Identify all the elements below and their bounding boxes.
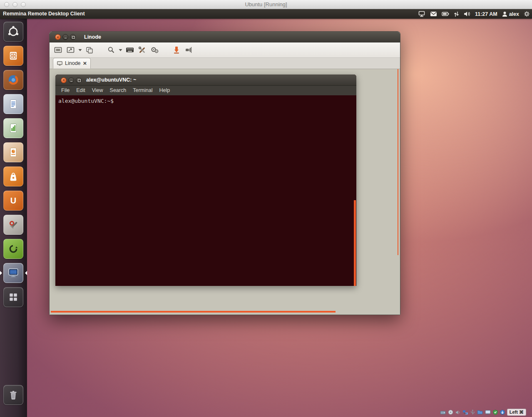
launcher-item-libreoffice-impress[interactable] [3,142,23,162]
remmina-icon [7,267,20,279]
vbox-mouse-integration-icon[interactable] [500,410,505,415]
host-key-indicator[interactable]: Left ⌘ [507,409,526,416]
terminal-window-title: alex@ubuntuVNC: ~ [86,74,136,86]
launcher-item-libreoffice-calc[interactable] [3,118,23,138]
menu-edit[interactable]: Edit [73,86,89,95]
remmina-window-title: Linode [84,32,101,42]
firefox-icon [7,74,20,86]
disconnect-button[interactable] [183,45,194,56]
terminal-titlebar[interactable]: alex@ubuntuVNC: ~ [55,74,356,86]
launcher-item-software-updater[interactable] [3,239,23,259]
vbox-audio-icon[interactable] [455,410,460,415]
keyboard-grab-button[interactable] [124,45,135,56]
zoom-button[interactable] [105,45,117,56]
menu-terminal[interactable]: Terminal [129,86,156,95]
volume-icon[interactable] [464,11,470,17]
remmina-window: Linode [49,31,400,315]
user-menu[interactable]: alex [502,11,519,17]
launcher-item-remmina[interactable] [3,263,23,283]
launcher-item-firefox[interactable] [3,70,23,90]
running-indicator-arrow [0,271,2,275]
software-updater-icon [7,243,19,255]
take-screenshot-button[interactable] [171,45,182,56]
redraw-artifact-content-bottom [51,311,336,313]
launcher-item-trash[interactable] [3,385,23,405]
workspace-switcher-icon [7,291,19,303]
vbox-hdd-icon[interactable] [440,410,446,415]
ubuntu-one-icon: U [3,191,23,211]
focused-indicator-arrow [25,271,27,275]
session-gear-icon[interactable] [524,11,530,17]
vbox-sharedfolders-icon[interactable] [477,410,483,415]
software-center-icon [7,171,19,182]
tab-label: Linode [65,60,81,66]
system-settings-icon [7,219,19,231]
remmina-titlebar[interactable]: Linode [50,32,400,42]
active-app-title: Remmina Remote Desktop Client [3,9,85,19]
host-window-titlebar: Ubuntu [Running] [0,0,532,9]
launcher-item-system-settings[interactable] [3,215,23,235]
menu-file[interactable]: File [58,86,73,95]
terminal-maximize-button[interactable] [76,77,82,83]
remmina-toolbar [50,42,400,58]
scale-options-dropdown-icon[interactable] [77,45,82,56]
top-panel: Remmina Remote Desktop Client 11:27 AM a… [0,9,532,19]
host-key-label: Left ⌘ [510,410,524,415]
window-minimize-button[interactable] [62,34,68,40]
terminal-close-button[interactable] [61,77,67,83]
connection-tab-linode[interactable]: Linode × [53,58,91,69]
remmina-tabbar: Linode × [50,58,400,69]
mail-icon[interactable] [430,11,437,17]
launcher-item-workspace-switcher[interactable] [3,287,23,307]
tab-monitor-icon [57,61,62,66]
vbox-optical-icon[interactable] [448,410,453,415]
sync-arrows-icon[interactable] [454,11,459,17]
libreoffice-impress-icon [7,146,19,158]
libreoffice-calc-icon [7,122,19,134]
redraw-artifact-terminal-right [354,200,356,286]
terminal-window: alex@ubuntuVNC: ~ File Edit View Search … [55,74,356,286]
launcher-item-dash-home[interactable] [3,22,23,42]
dash-home-icon [7,25,20,38]
menu-help[interactable]: Help [156,86,173,95]
window-maximize-button[interactable] [70,34,76,40]
vbox-statusbar: Left ⌘ [440,409,526,416]
clock[interactable]: 11:27 AM [475,11,497,17]
menu-search[interactable]: Search [107,86,130,95]
unity-launcher: U [0,19,27,417]
home-folder-icon [7,50,19,62]
terminal-screen[interactable]: alex@ubuntuVNC:~$ [55,95,356,286]
username: alex [509,11,519,17]
libreoffice-writer-icon [7,98,19,110]
terminal-menubar: File Edit View Search Terminal Help [55,86,356,95]
launcher-item-libreoffice-writer[interactable] [3,94,23,114]
zoom-options-dropdown-icon[interactable] [118,45,123,56]
fullscreen-button[interactable] [52,45,64,56]
tab-close-icon[interactable]: × [83,60,87,66]
duplicate-connection-button[interactable] [84,45,95,56]
vbox-features-icon[interactable] [493,410,498,415]
remote-display-icon[interactable] [418,11,425,17]
launcher-item-home-folder[interactable] [3,46,23,66]
preferences-button[interactable] [137,45,148,56]
vbox-network-icon[interactable] [462,410,468,415]
tools-button[interactable] [149,45,160,56]
battery-icon[interactable] [442,12,449,16]
host-window-title: Ubuntu [Running] [0,0,532,9]
launcher-item-ubuntu-one[interactable]: U [3,191,23,211]
launcher-item-software-center[interactable] [3,166,23,186]
redraw-artifact-content-right [398,69,398,255]
terminal-minimize-button[interactable] [68,77,74,83]
vbox-usb-icon[interactable] [470,410,475,415]
shell-prompt: alex@ubuntuVNC:~$ [58,98,114,104]
scaled-mode-button[interactable] [65,45,76,56]
user-icon [502,11,507,17]
trash-icon [7,389,19,401]
menu-view[interactable]: View [89,86,107,95]
vnc-viewport[interactable]: alex@ubuntuVNC: ~ File Edit View Search … [50,69,400,315]
vbox-display-icon[interactable] [485,410,491,415]
window-close-button[interactable] [55,34,61,40]
